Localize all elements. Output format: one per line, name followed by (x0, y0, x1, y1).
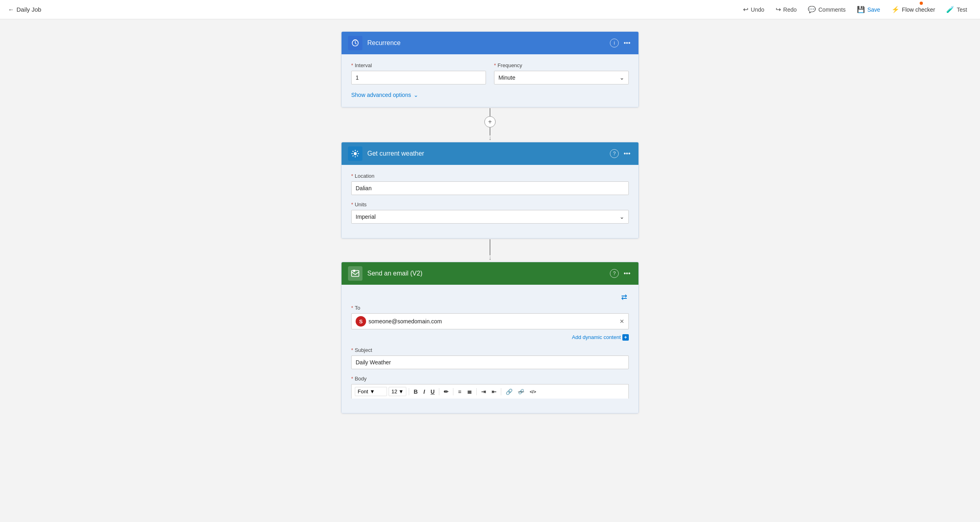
font-size-chevron-icon: ▼ (398, 388, 404, 395)
location-field-group: * Location (351, 173, 629, 195)
ordered-list-button[interactable]: ≣ (465, 387, 474, 396)
weather-more-button[interactable]: ••• (622, 148, 632, 159)
email-tag-avatar: S (356, 316, 366, 327)
connector-line-2 (490, 239, 490, 255)
subject-required-star: * (351, 347, 353, 353)
email-card: Send an email (V2) ? ••• ⇄ * To S (341, 262, 639, 413)
body-toolbar: Font ▼ 12 ▼ B I U ✏ (351, 384, 629, 399)
weather-help-button[interactable]: ? (610, 149, 619, 158)
units-field-row: * Units Imperial ⌄ (351, 201, 629, 224)
test-icon: 🧪 (946, 6, 954, 13)
toolbar-sep-2 (439, 388, 439, 395)
comments-button[interactable]: 💬 Comments (803, 3, 850, 16)
to-input-wrapper[interactable]: S someone@somedomain.com ✕ (351, 313, 629, 329)
body-field-row: * Body Font ▼ 12 ▼ B (351, 376, 629, 399)
location-input[interactable] (351, 181, 629, 195)
svg-rect-11 (353, 270, 356, 272)
interval-field-group: * Interval (351, 62, 486, 84)
interval-label: * Interval (351, 62, 486, 68)
save-label: Save (867, 6, 880, 13)
email-more-button[interactable]: ••• (622, 268, 632, 279)
to-label: * To (351, 305, 629, 311)
swap-icon[interactable]: ⇄ (621, 293, 627, 302)
bold-button[interactable]: B (412, 387, 420, 396)
interval-input[interactable] (351, 71, 486, 84)
to-field-row: * To S someone@somedomain.com ✕ Add dyna… (351, 305, 629, 341)
recurrence-more-button[interactable]: ••• (622, 38, 632, 48)
units-label: * Units (351, 201, 629, 208)
underline-button[interactable]: U (428, 387, 436, 396)
test-button[interactable]: 🧪 Test (941, 3, 972, 16)
font-select-chevron-icon: ▼ (370, 388, 375, 395)
save-button[interactable]: 💾 Save (852, 3, 885, 16)
topbar-title: Daily Job (16, 6, 41, 13)
comments-icon: 💬 (808, 6, 816, 13)
body-field-group: * Body Font ▼ 12 ▼ B (351, 376, 629, 399)
connector-arrow-2: ↓ (488, 255, 492, 261)
weather-card: Get current weather ? ••• * Location (341, 142, 639, 238)
recurrence-card-header: Recurrence i ••• (342, 32, 638, 54)
topbar-actions: ↩ Undo ↪ Redo 💬 Comments 💾 Save ⚡ Flow c… (738, 3, 972, 16)
recurrence-fields-row: * Interval * Frequency Minute ⌄ (351, 62, 629, 84)
outdent-button[interactable]: ⇤ (490, 387, 498, 396)
subject-field-row: * Subject (351, 347, 629, 369)
recurrence-title: Recurrence (367, 39, 605, 47)
recurrence-icon (348, 36, 362, 50)
show-advanced-button[interactable]: Show advanced options ⌄ (351, 91, 418, 99)
frequency-required-star: * (494, 63, 496, 68)
frequency-value: Minute (498, 74, 515, 81)
html-button[interactable]: </> (528, 388, 538, 395)
indent-button[interactable]: ⇥ (479, 387, 488, 396)
undo-button[interactable]: ↩ Undo (738, 3, 769, 16)
font-size-select[interactable]: 12 ▼ (389, 387, 406, 396)
weather-icon (348, 146, 362, 161)
connector-2: ↓ (488, 239, 492, 261)
flow-checker-notification-dot (920, 2, 923, 5)
back-icon: ← (8, 6, 14, 13)
show-advanced-chevron-icon: ⌄ (414, 92, 418, 98)
email-remove-button[interactable]: ✕ (620, 319, 624, 324)
body-label: * Body (351, 376, 629, 382)
unordered-list-button[interactable]: ≡ (456, 387, 463, 396)
redo-icon: ↪ (776, 6, 781, 13)
topbar: ← Daily Job ↩ Undo ↪ Redo 💬 Comments 💾 S… (0, 0, 980, 19)
toolbar-sep-3 (453, 388, 453, 395)
subject-label: * Subject (351, 347, 629, 353)
frequency-chevron-icon: ⌄ (620, 74, 624, 81)
redo-button[interactable]: ↪ Redo (771, 3, 801, 16)
email-help-button[interactable]: ? (610, 269, 619, 278)
connector-arrow-1: ↓ (488, 135, 492, 141)
redo-label: Redo (783, 6, 797, 13)
add-step-icon-1: + (488, 118, 492, 125)
test-label: Test (957, 6, 967, 13)
frequency-label: * Frequency (494, 62, 629, 68)
connector-1: + ↓ (484, 108, 496, 141)
recurrence-card-body: * Interval * Frequency Minute ⌄ (342, 54, 638, 107)
swap-icon-wrapper: ⇄ (351, 293, 629, 305)
svg-line-7 (357, 155, 358, 156)
interval-required-star: * (351, 63, 353, 68)
email-title: Send an email (V2) (367, 270, 605, 277)
italic-button[interactable]: I (421, 387, 427, 396)
flow-checker-icon: ⚡ (891, 6, 900, 13)
subject-input[interactable] (351, 356, 629, 369)
location-field-row: * Location (351, 173, 629, 195)
font-select[interactable]: Font ▼ (355, 387, 387, 396)
flow-checker-button[interactable]: ⚡ Flow checker (887, 3, 940, 16)
svg-line-8 (357, 151, 358, 152)
link-button[interactable]: 🔗 (504, 387, 515, 396)
back-button[interactable]: ← Daily Job (8, 6, 41, 13)
svg-line-9 (352, 155, 353, 156)
undo-label: Undo (751, 6, 764, 13)
frequency-select[interactable]: Minute ⌄ (494, 71, 629, 84)
add-dynamic-button[interactable]: Add dynamic content + (572, 334, 629, 341)
comments-label: Comments (818, 6, 846, 13)
units-select[interactable]: Imperial ⌄ (351, 210, 629, 224)
unlink-button[interactable]: 🔗 (516, 388, 526, 396)
highlight-button[interactable]: ✏ (442, 387, 451, 396)
recurrence-info-button[interactable]: i (610, 39, 619, 47)
add-dynamic-label: Add dynamic content (572, 334, 621, 340)
save-icon: 💾 (857, 6, 865, 13)
add-step-button-1[interactable]: + (484, 116, 496, 127)
to-field-group: * To S someone@somedomain.com ✕ Add dyna… (351, 305, 629, 341)
